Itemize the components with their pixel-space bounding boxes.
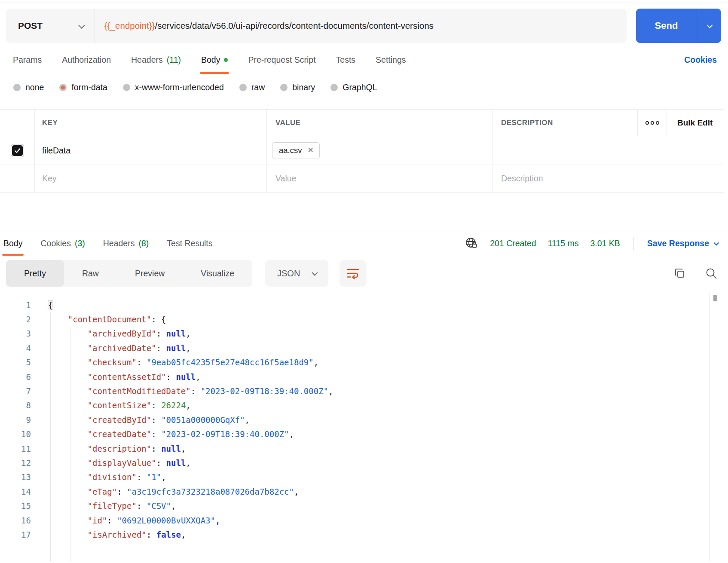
- method-label: POST: [18, 21, 43, 31]
- toolbar-icons: [674, 267, 718, 280]
- key-column-header: KEY: [35, 110, 267, 136]
- scrollbar-track[interactable]: [709, 293, 719, 561]
- line-number: 8: [0, 401, 31, 410]
- line-number: 3: [0, 329, 31, 338]
- request-tabs: ParamsAuthorizationHeaders(11)BodyPre-re…: [0, 43, 728, 76]
- chevron-down-icon: [707, 22, 713, 28]
- code-text: "archivedDate": null,: [31, 343, 191, 353]
- body-mode-graphql[interactable]: GraphQL: [330, 83, 377, 92]
- value-cell: aa.csv ✕: [267, 136, 492, 165]
- tab-tests[interactable]: Tests: [336, 43, 356, 76]
- response-body-viewer: 1{2 "contentDocument": {3 "archivedById"…: [0, 293, 728, 561]
- tab-label: Pre-request Script: [248, 55, 315, 65]
- form-data-table: KEY VALUE DESCRIPTION Bulk Edit aa: [0, 109, 724, 193]
- row-checkbox-cell: [0, 165, 35, 192]
- radio-icon: [13, 84, 21, 91]
- response-meta: 201 Created 1115 ms 3.01 KB Save Respons…: [465, 236, 718, 250]
- tab-label: Authorization: [62, 55, 111, 65]
- code-text: "division": "1",: [31, 472, 166, 482]
- code-text: {: [31, 300, 53, 310]
- value-input[interactable]: [275, 174, 481, 184]
- response-time[interactable]: 1115 ms: [548, 239, 579, 248]
- code-text: "contentDocument": {: [31, 315, 166, 324]
- tab-settings[interactable]: Settings: [376, 43, 406, 76]
- body-mode-label: x-www-form-urlencoded: [135, 83, 224, 92]
- table-row: aa.csv ✕: [0, 136, 724, 165]
- code-line: 10 "createdDate": "2023-02-09T18:39:40.0…: [0, 427, 728, 441]
- code-text: "displayValue": null,: [31, 458, 191, 468]
- tab-params[interactable]: Params: [13, 43, 42, 76]
- row-checkbox-cell: [0, 136, 35, 165]
- description-input[interactable]: [501, 146, 713, 156]
- globe-lock-icon[interactable]: [465, 236, 478, 250]
- line-number: 17: [0, 530, 31, 539]
- line-number: 2: [0, 315, 31, 324]
- radio-icon: [123, 84, 130, 91]
- tab-label: Body: [3, 239, 22, 248]
- key-input[interactable]: [42, 146, 255, 156]
- tab-label: Tests: [336, 55, 356, 65]
- description-input[interactable]: [501, 174, 713, 184]
- file-chip-label: aa.csv: [279, 146, 302, 155]
- scrollbar-thumb[interactable]: [713, 295, 717, 301]
- response-size[interactable]: 3.01 KB: [590, 239, 620, 248]
- body-mode-binary[interactable]: binary: [280, 83, 315, 92]
- url-path: /services/data/v56.0/ui-api/records/cont…: [155, 21, 433, 31]
- response-tab-body[interactable]: Body: [3, 230, 22, 256]
- format-select[interactable]: JSON: [265, 260, 328, 287]
- save-response-button[interactable]: Save Response: [647, 239, 718, 248]
- tab-count: (3): [75, 239, 85, 248]
- send-options-button[interactable]: [697, 9, 721, 43]
- file-chip: aa.csv ✕: [272, 142, 320, 159]
- bulk-edit-button[interactable]: Bulk Edit: [667, 110, 724, 136]
- body-mode-label: form-data: [71, 83, 107, 92]
- checkbox-column-header: [0, 110, 35, 136]
- more-options-icon[interactable]: [638, 110, 667, 136]
- remove-file-icon[interactable]: ✕: [307, 147, 313, 154]
- code-line: 17 "isArchived": false,: [0, 527, 728, 542]
- response-tab-headers[interactable]: Headers(8): [103, 230, 149, 256]
- key-input[interactable]: [42, 174, 255, 184]
- code-lines: 1{2 "contentDocument": {3 "archivedById"…: [0, 293, 728, 542]
- body-mode-label: none: [25, 83, 44, 92]
- row-checkbox[interactable]: [11, 144, 24, 157]
- tab-authorization[interactable]: Authorization: [62, 43, 111, 76]
- tab-label: Cookies: [40, 239, 70, 248]
- send-button[interactable]: Send: [636, 9, 721, 43]
- response-tab-cookies[interactable]: Cookies(3): [40, 230, 85, 256]
- pane-top-border: [0, 0, 728, 3]
- wrap-text-icon: [346, 267, 360, 280]
- code-line: 14 "eTag": "a3c19cfc3a7323218a087026da7b…: [0, 484, 728, 499]
- copy-icon[interactable]: [674, 267, 686, 279]
- method-select[interactable]: POST: [6, 9, 95, 43]
- tab-label: Headers: [103, 239, 135, 248]
- tab-pre-request-script[interactable]: Pre-request Script: [248, 43, 315, 76]
- body-mode-none[interactable]: none: [13, 83, 44, 92]
- cookies-link[interactable]: Cookies: [684, 55, 717, 65]
- request-url-bar: POST {{_endpoint}}/services/data/v56.0/u…: [6, 9, 721, 43]
- body-mode-raw[interactable]: raw: [239, 83, 265, 92]
- method-url-group: POST {{_endpoint}}/services/data/v56.0/u…: [6, 9, 627, 43]
- view-tab-visualize[interactable]: Visualize: [183, 260, 252, 287]
- line-number: 7: [0, 386, 31, 396]
- body-mode-x-www-form-urlencoded[interactable]: x-www-form-urlencoded: [123, 83, 224, 92]
- send-label[interactable]: Send: [636, 9, 697, 43]
- body-mode-label: raw: [251, 83, 265, 92]
- body-mode-form-data[interactable]: form-data: [59, 83, 107, 92]
- view-tab-pretty[interactable]: Pretty: [6, 260, 64, 287]
- search-icon[interactable]: [705, 267, 718, 280]
- url-input[interactable]: {{_endpoint}}/services/data/v56.0/ui-api…: [95, 9, 627, 43]
- view-tab-preview[interactable]: Preview: [117, 260, 183, 287]
- status-badge[interactable]: 201 Created: [490, 239, 536, 248]
- tab-label: Settings: [376, 55, 406, 65]
- response-tab-test-results[interactable]: Test Results: [167, 230, 212, 256]
- radio-icon: [330, 84, 338, 91]
- value-column-header: VALUE: [267, 110, 492, 136]
- save-response-label: Save Response: [647, 239, 709, 248]
- tab-body[interactable]: Body: [201, 43, 228, 76]
- tab-headers[interactable]: Headers(11): [131, 43, 181, 76]
- code-text: "eTag": "a3c19cfc3a7323218a087026da7b82c…: [31, 487, 299, 496]
- table-placeholder-row: [0, 165, 724, 193]
- view-tab-raw[interactable]: Raw: [64, 260, 117, 287]
- wrap-text-button[interactable]: [340, 260, 366, 287]
